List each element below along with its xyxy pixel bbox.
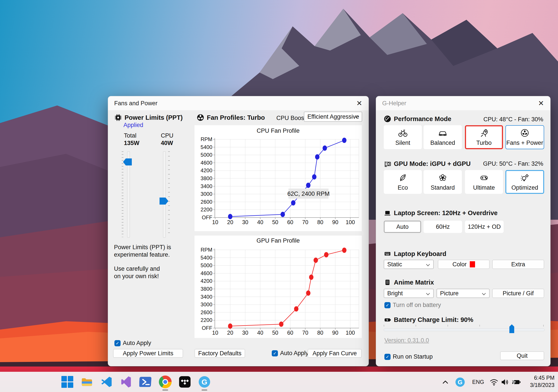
gpu-optimized-button[interactable]: Optimized [506,170,544,194]
keyboard-color-button[interactable]: Color [438,260,489,269]
screen-auto-label: Auto [396,224,409,230]
close-icon[interactable] [355,99,364,108]
gpu-standard-label: Standard [431,184,455,191]
tray-chevron-button[interactable] [441,372,449,392]
svg-text:3400: 3400 [201,294,212,300]
svg-text:30: 30 [242,330,248,336]
visual-studio-button[interactable] [120,375,133,389]
chrome-icon [159,375,172,388]
g-helper-window: G-Helper Performance Mode CPU: 48°C - Fa… [376,96,550,366]
matrix-battery-label: Turn off on battery [393,302,441,309]
mode-silent-button[interactable]: Silent [384,125,422,149]
gpu-optimized-label: Optimized [511,184,538,191]
windows-logo-icon [61,376,73,388]
checkmark-icon [114,340,121,346]
fans-and-power-window: Fans and Power Power Limits (PPT) Applie… [108,96,369,366]
keyboard-mode-dropdown[interactable]: Static [384,260,434,269]
language-indicator[interactable]: ENG [472,372,484,392]
g-helper-button[interactable]: G [198,375,211,389]
wifi-button[interactable] [489,372,499,392]
fan-icon [520,128,530,138]
mode-turbo-button[interactable]: Turbo [465,125,503,149]
total-power-slider-thumb[interactable] [123,158,132,166]
chrome-running-indicator [162,389,168,391]
battery-tray-button[interactable] [511,372,521,392]
fans-power-label: Fans + Power [506,140,543,146]
desktop: Fans and Power Power Limits (PPT) Applie… [0,0,558,392]
matrix-brightness-dropdown[interactable]: Bright [384,289,434,298]
run-on-startup-checkbox[interactable]: Run on Startup [384,353,433,360]
svg-text:10: 10 [212,219,218,225]
gpu-eco-button[interactable]: Eco [384,170,422,194]
g-helper-running-indicator [201,389,207,391]
cpu-label: CPU [161,132,173,139]
svg-text:5400: 5400 [201,255,212,261]
volume-button[interactable] [500,372,510,392]
ghelper-title: G-Helper [382,100,406,107]
matrix-brightness-value: Bright [387,290,403,297]
total-label: Total [124,132,136,139]
car-icon [438,128,448,138]
screen-120hz-od-button[interactable]: 120Hz + OD [465,221,504,233]
powershell-icon [139,375,152,388]
chip-icon [114,114,122,121]
screen-auto-button[interactable]: Auto [384,221,421,233]
bicycle-icon [398,128,408,138]
folder-icon [80,375,93,388]
svg-text:RPM: RPM [201,136,212,142]
battery-slider-ticks [384,325,544,326]
matrix-battery-checkbox[interactable]: Turn off on battery [384,302,441,309]
quit-button[interactable]: Quit [500,351,544,360]
cpu-fan-curve-chart[interactable]: CPU Fan ProfileRPM5400500046004200380034… [194,125,362,231]
keyboard-heading-row: Laptop Keyboard [384,250,446,258]
matrix-picture-gif-button[interactable]: Picture / Gif [492,289,544,298]
clock[interactable]: 6:45 PM 3/18/2023 [530,374,555,389]
keyboard-heading: Laptop Keyboard [394,250,446,258]
gpu-standard-button[interactable]: Standard [424,170,462,194]
clock-time: 6:45 PM [530,374,555,382]
fans-power-button[interactable]: Fans + Power [506,125,544,149]
color-swatch [470,261,475,267]
chrome-button[interactable] [159,375,172,389]
svg-text:80: 80 [317,219,323,225]
svg-text:5000: 5000 [201,262,212,268]
vscode-button[interactable] [100,375,113,389]
powershell-button[interactable] [139,375,152,389]
screen-60hz-button[interactable]: 60Hz [424,221,462,233]
battery-charge-slider[interactable] [384,328,545,331]
mode-balanced-button[interactable]: Balanced [424,125,462,149]
g-helper-tray-button[interactable]: G [455,372,465,392]
cpu-boost-value: Efficient Aggressive [307,113,359,120]
gpu-fan-curve-chart[interactable]: GPU Fan ProfileRPM5400500046004200380034… [194,235,362,338]
ghelper-titlebar[interactable]: G-Helper [376,96,550,110]
start-button[interactable] [61,375,74,389]
matrix-running-dropdown[interactable]: Picture [436,289,489,298]
version-link[interactable]: Version: 0.31.0.0 [384,337,429,344]
apply-power-limits-button[interactable]: Apply Power Limits [113,349,183,358]
cpu-power-slider[interactable] [163,151,166,238]
svg-text:50: 50 [272,219,278,225]
svg-text:5000: 5000 [201,152,212,158]
apply-fan-curve-button[interactable]: Apply Fan Curve [308,349,362,358]
svg-text:60: 60 [287,330,293,336]
ppt-note-line4: on your own risk! [114,273,159,280]
cpu-boost-dropdown[interactable]: Efficient Aggressive [304,112,362,122]
file-explorer-button[interactable] [80,375,94,389]
total-slider-ticks [122,151,123,237]
auto-apply-power-checkbox[interactable]: Auto Apply [114,340,151,347]
tidal-button[interactable] [178,375,192,389]
keyboard-extra-button[interactable]: Extra [492,260,544,269]
gpu-ultimate-button[interactable]: Ultimate [465,170,503,194]
svg-text:5400: 5400 [201,144,212,150]
fans-window-titlebar[interactable]: Fans and Power [108,96,368,110]
mode-balanced-label: Balanced [430,140,455,146]
gpu-temp-status: GPU: 50°C - Fan: 32% [483,160,543,167]
factory-defaults-button[interactable]: Factory Defaults [194,349,245,358]
svg-text:90: 90 [332,219,338,225]
svg-text:62C, 2400 RPM: 62C, 2400 RPM [287,191,330,197]
auto-apply-power-label: Auto Apply [123,340,151,347]
auto-apply-fan-checkbox[interactable]: Auto Apply [272,350,308,357]
fan-profiles-heading-row: Fan Profiles: Turbo [197,114,265,121]
close-icon[interactable] [536,99,546,108]
cpu-power-slider-thumb[interactable] [159,198,168,205]
